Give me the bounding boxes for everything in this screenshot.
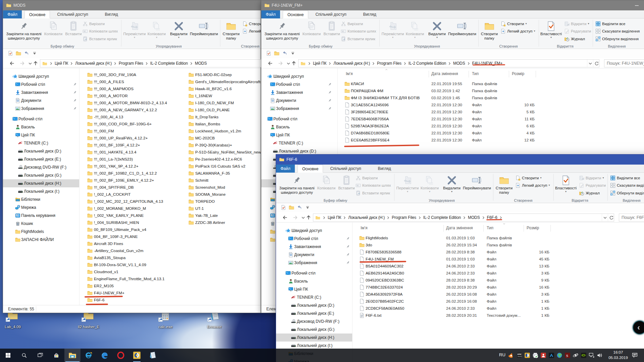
ribbon-button-paste[interactable]: Вставити — [63, 19, 84, 43]
ribbon-button-new-folder[interactable]: Створитипапку — [493, 173, 515, 197]
tab-основне[interactable]: Основне — [298, 165, 323, 173]
sidebar-item-локальний-диск-h-[interactable]: Локальний диск (H:) — [276, 334, 352, 342]
ribbon-button-copy-path[interactable]: W..Копіювати шлях — [83, 27, 118, 35]
ribbon-button-copy[interactable]: Копіювати — [300, 19, 323, 43]
up-button[interactable] — [305, 214, 312, 221]
sidebar-item-локальний-диск-d-[interactable]: Локальний диск (D:) — [3, 147, 79, 155]
undo-icon[interactable] — [24, 51, 29, 56]
sidebar-item-робочий-стіл[interactable]: Робочий стіл — [261, 115, 334, 123]
ribbon-button-select-all[interactable]: Виділити все — [595, 20, 626, 27]
sidebar-item-панель-керування[interactable]: Панель керування — [3, 212, 79, 220]
edge-button[interactable] — [97, 349, 113, 362]
column-header-date[interactable]: Дата змінення — [431, 71, 458, 76]
file-row[interactable]: 2CD8CF58A0E0A65024.06.2010 2:33Файл1 КБ — [353, 305, 644, 312]
sidebar-item-робочий-стіл[interactable]: Робочий стіл — [276, 269, 352, 277]
column-divider[interactable] — [483, 225, 484, 232]
sidebar-item-завантаження[interactable]: Завантаження — [261, 88, 334, 97]
up-button[interactable] — [32, 60, 39, 67]
qat-properties-icon[interactable] — [266, 51, 271, 56]
print-ok-icon[interactable] — [532, 352, 538, 358]
qat-menu-icon[interactable] — [33, 51, 38, 56]
ribbon-button-open[interactable]: Відкрити▾ — [564, 20, 589, 27]
file-row[interactable]: D7A6B6BED180580E22.01.2019 12:30Файл4 КБ — [338, 130, 644, 137]
file-row[interactable]: F8708E583533658828.02.2019 8:38Файл16 КБ — [353, 249, 644, 256]
breadcrumb-item[interactable]: Цей ПК — [313, 61, 327, 66]
speedfan-icon[interactable]: S — [565, 352, 571, 358]
ribbon-button-properties[interactable]: Властивості▾ — [552, 173, 580, 197]
refresh-button[interactable] — [593, 60, 599, 67]
sidebar-item-кошик[interactable]: Кошик — [3, 220, 79, 228]
sidebar-item-швидкий-доступ[interactable]: Швидкий доступ — [261, 72, 334, 80]
sidebar-item-документи[interactable]: Документи — [3, 97, 79, 105]
ribbon-button-copy-to[interactable]: Копіювати▾ — [145, 19, 168, 43]
file-row[interactable]: ECE6A8523BFF55E422.01.2019 12:30Файл12 К… — [338, 137, 644, 144]
file-row[interactable]: 2E0D37B85402FC2C26.02.2019 16:08Файл1 КБ — [353, 298, 644, 305]
sidebar-item-tenner-c-[interactable]: TENNER (C:) — [276, 293, 352, 301]
sidebar-item-flightmodels[interactable]: FlightModels — [3, 228, 79, 236]
teamviewer-icon[interactable] — [540, 352, 546, 358]
sidebar-item-робочий-стіл[interactable]: Робочий стіл — [261, 80, 334, 88]
column-divider[interactable] — [443, 225, 444, 232]
breadcrumb-item[interactable]: Program Files — [377, 61, 402, 66]
sidebar-item-василь[interactable]: Василь — [3, 123, 79, 131]
forward-button[interactable] — [291, 214, 299, 221]
ribbon-button-cut[interactable]: Вирізати — [356, 174, 378, 182]
file-explorer-button[interactable] — [64, 349, 80, 362]
epic-games-icon[interactable]: EPICGAMES — [516, 352, 522, 358]
tab-file[interactable]: Файл — [261, 10, 280, 18]
tab-вигляд[interactable]: Вигляд — [373, 165, 395, 173]
ribbon-button-paste[interactable]: Вставити — [336, 173, 357, 197]
opera-button[interactable] — [113, 349, 129, 362]
ribbon-button-history[interactable]: Журнал — [579, 189, 600, 197]
notepad-button[interactable] — [145, 349, 161, 362]
sidebar-item-локальний-диск-e-[interactable]: Локальний диск (E:) — [276, 309, 352, 317]
sidebar-item-дисковод-dvd-rw-f-[interactable]: Дисковод DVD-RW (F:) — [3, 163, 79, 171]
ribbon-button-invert-selection[interactable]: Обернути виділення — [610, 189, 644, 197]
undo-icon[interactable] — [282, 51, 287, 56]
sidebar-item-зображення[interactable]: Зображення — [3, 105, 79, 113]
ribbon-button-properties[interactable]: Властивості▾ — [537, 19, 565, 43]
sidebar-item-завантаження[interactable]: Завантаження — [276, 243, 352, 251]
address-dropdown-button[interactable] — [602, 214, 608, 221]
sidebar-item-робочий-стіл[interactable]: Робочий стіл — [3, 80, 79, 88]
sidebar-item-tenner-c-[interactable]: TENNER (C:) — [261, 139, 334, 147]
sidebar-item-локальний-диск-h-[interactable]: Локальний диск (H:) — [3, 179, 79, 187]
sidebar-item-запасні-файли[interactable]: ЗАПАСНІ ФАЙЛИ — [3, 236, 79, 244]
sidebar-item-василь[interactable]: Василь — [261, 123, 334, 131]
sidebar-item-локальний-диск-d-[interactable]: Локальний диск (D:) — [276, 301, 352, 309]
back-button[interactable] — [267, 60, 274, 67]
ribbon-button-new-item[interactable]: Створити▾ — [242, 20, 261, 27]
ribbon-button-pin[interactable]: Закріпити на панелішвидкого доступу — [276, 173, 319, 197]
tab-вигляд[interactable]: Вигляд — [359, 10, 380, 18]
nvidia-icon[interactable] — [581, 352, 587, 358]
ribbon-button-copy-path[interactable]: W..Копіювати шлях — [341, 27, 376, 35]
ribbon-button-new-folder[interactable]: Створитипапку — [220, 19, 241, 43]
sidebar-item-швидкий-доступ[interactable]: Швидкий доступ — [276, 227, 352, 235]
ribbon-button-easy-access[interactable]: Легкий доступ▾ — [242, 27, 261, 35]
sidebar-item-дисковод-dvd-rw-f-[interactable]: Дисковод DVD-RW (F:) — [276, 317, 352, 325]
ribbon-button-edit[interactable]: Редагувати — [579, 182, 606, 189]
file-row[interactable]: ПОКРАЩЕНА ФМ03.02.2019 1:42Папка файлів — [338, 87, 644, 95]
network-tray-icon[interactable] — [589, 352, 595, 358]
ribbon-button-rename[interactable]: Перейменувати — [461, 173, 493, 197]
address-bar[interactable]: Цей ПКЛокальний диск (H:)Program FilesIL… — [313, 214, 614, 222]
ribbon-button-history[interactable]: Журнал — [564, 35, 585, 43]
qat-menu-icon[interactable] — [306, 205, 311, 210]
ribbon-button-select-none[interactable]: Скасувати виділення — [610, 182, 644, 189]
sidebar-item-робочий-стіл[interactable]: Робочий стіл — [276, 235, 352, 243]
file-row[interactable]: 7EDE5B4606B7056A22.01.2019 12:30Файл11 К… — [338, 116, 644, 123]
file-row[interactable]: КЛАСИ22.01.2019 19:55Папка файлів — [338, 80, 644, 87]
tab-спільний-доступ[interactable]: Спільний доступ — [326, 165, 365, 173]
sidebar-item-цей-пк[interactable]: Цей ПК — [261, 131, 334, 139]
file-row[interactable]: 094520CEBD3363BC28.02.2019 8:38Файл9 КБ — [353, 277, 644, 284]
daemon-tools-icon[interactable] — [524, 352, 530, 358]
ribbon-button-copy-to[interactable]: Копіювати▾ — [418, 173, 441, 197]
folder-icon[interactable] — [289, 205, 294, 210]
file-row[interactable]: 529B7A0A3FB62E2A22.01.2019 12:30Файл6 КБ — [338, 123, 644, 130]
breadcrumb-item[interactable]: Program Files — [118, 61, 144, 66]
start-button[interactable] — [0, 349, 16, 362]
desktop-icon-il2-hasher-e[interactable]: Il2 hasher_E — [74, 310, 103, 329]
ribbon-button-delete[interactable]: Видалити▾ — [426, 19, 447, 43]
search-input[interactable]: Пошук: F6F-6 — [619, 214, 644, 222]
search-button[interactable] — [16, 349, 32, 362]
